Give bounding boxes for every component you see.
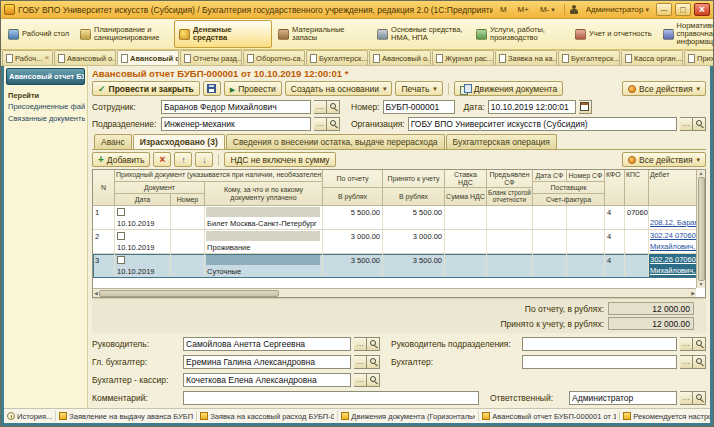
cell-invoice-number[interactable] <box>567 254 605 277</box>
history-item-2[interactable]: Заявка на кассовый расход БУБП-000001 <box>200 412 334 421</box>
cell-vat[interactable] <box>445 230 487 253</box>
add-row-button[interactable]: Добавить <box>92 152 150 167</box>
post-button[interactable]: Провести <box>224 81 282 96</box>
doc-tab-7[interactable]: Авансовый о... <box>369 50 431 65</box>
cell-invoice-presented[interactable] <box>487 254 533 277</box>
organization-open-button[interactable] <box>693 117 706 131</box>
cell-doc-date[interactable]: 10.10.2019 <box>115 254 171 277</box>
doc-tab-9[interactable]: Заявка на ка... <box>495 50 557 65</box>
doc-tab-3-active[interactable]: Авансовый о... <box>117 50 179 65</box>
cell-report-sum[interactable]: 3 500.00 <box>323 254 383 277</box>
employee-field[interactable] <box>161 100 311 114</box>
cell-doc-number[interactable] <box>171 206 205 229</box>
department-field[interactable] <box>161 117 311 131</box>
department-select-button[interactable] <box>314 117 327 131</box>
history-item-1[interactable]: Заявление на выдачу аванса БУБП-000001 <box>59 412 193 421</box>
date-calendar-button[interactable] <box>579 100 592 114</box>
employee-select-button[interactable] <box>314 100 327 114</box>
scale-m-button[interactable]: M <box>496 3 511 16</box>
doc-tab-11[interactable]: Касса орган... <box>621 50 683 65</box>
table-row-3-selected[interactable]: 3 10.10.2019 Суточные 3 500.00 3 500.00 … <box>93 254 696 278</box>
doc-tab-1[interactable]: Рабоч... <box>2 50 53 65</box>
delete-row-button[interactable] <box>153 152 171 167</box>
scroll-thumb[interactable] <box>698 177 705 281</box>
history-button[interactable]: История... <box>7 412 52 421</box>
cell-vat[interactable] <box>445 206 487 229</box>
dept-head-open-button[interactable] <box>693 337 706 351</box>
number-field[interactable] <box>383 100 455 114</box>
section-tab-planning[interactable]: Планирование и санкционирование <box>75 20 173 48</box>
cell-kps[interactable] <box>625 230 649 253</box>
cell-kfo[interactable]: 4 <box>605 206 625 229</box>
scale-mplus-button[interactable]: M+ <box>514 3 533 16</box>
cell-doc-number[interactable] <box>171 230 205 253</box>
strict-form-checkbox[interactable] <box>117 256 125 264</box>
cell-invoice-date[interactable] <box>533 230 567 253</box>
chief-accountant-open-button[interactable] <box>367 355 380 369</box>
section-tab-reference[interactable]: Нормативно-справочная информация <box>658 20 713 48</box>
all-actions-button[interactable]: Все действия <box>622 81 706 96</box>
accountant-select-button[interactable] <box>680 355 693 369</box>
scroll-up-icon[interactable] <box>699 171 704 176</box>
print-button[interactable]: Печать <box>395 81 442 96</box>
close-button[interactable] <box>694 3 710 16</box>
cell-accepted-sum[interactable]: 3 000.00 <box>383 230 445 253</box>
tab-balance-info[interactable]: Сведения о внесении остатка, выдаче пере… <box>226 134 445 149</box>
cell-kps[interactable] <box>625 254 649 277</box>
doc-tab-8[interactable]: Журнал рас... <box>432 50 494 65</box>
head-field[interactable] <box>183 337 351 351</box>
section-tab-accounting[interactable]: Учет и отчетность <box>570 20 657 48</box>
employee-open-button[interactable] <box>327 100 340 114</box>
cell-kps[interactable]: 07060 <box>625 206 649 229</box>
section-tab-money[interactable]: Денежные средства <box>174 20 272 48</box>
cashier-open-button[interactable] <box>367 373 380 387</box>
cell-invoice-date[interactable] <box>533 254 567 277</box>
scroll-right-icon[interactable] <box>691 291 695 296</box>
vat-toggle-button[interactable]: НДС не включен в сумму <box>224 152 335 167</box>
cell-debit[interactable]: 302.24 07060000Михайлович, Зая... <box>649 230 696 253</box>
cell-invoice-presented[interactable] <box>487 206 533 229</box>
responsible-field[interactable] <box>569 391 677 405</box>
cell-invoice-presented[interactable] <box>487 230 533 253</box>
save-button[interactable] <box>203 81 221 96</box>
cell-doc-number[interactable] <box>171 254 205 277</box>
history-item-3[interactable]: Движения документа (Горизонтально)... <box>341 412 475 421</box>
doc-tab-6[interactable]: Бухгалтерск... <box>306 50 368 65</box>
date-field[interactable] <box>488 100 576 114</box>
dept-head-select-button[interactable] <box>680 337 693 351</box>
doc-tab-10[interactable]: Бухгалтерск... <box>558 50 620 65</box>
maximize-button[interactable] <box>675 3 691 16</box>
section-tab-inventory[interactable]: Материальные запасы <box>273 20 371 48</box>
post-and-close-button[interactable]: Провести и закрыть <box>92 81 200 96</box>
cell-invoice-date[interactable] <box>533 206 567 229</box>
cell-vat[interactable] <box>445 254 487 277</box>
move-down-button[interactable] <box>195 152 213 167</box>
cell-payee[interactable]: Суточные <box>205 254 323 277</box>
cell-doc-date[interactable]: 10.10.2019 <box>115 206 171 229</box>
horizontal-scrollbar[interactable] <box>93 288 696 297</box>
doc-tab-12[interactable]: Приходный к... <box>684 50 713 65</box>
doc-tab-4[interactable]: Отчеты разд... <box>180 50 242 65</box>
cell-kfo[interactable]: 4 <box>605 254 625 277</box>
cell-payee[interactable]: Билет Москва-Санкт-Петербург <box>205 206 323 229</box>
grid-all-actions-button[interactable]: Все действия <box>622 152 706 167</box>
scroll-left-icon[interactable] <box>94 291 98 296</box>
doc-tab-5[interactable]: Оборотно-са... <box>243 50 305 65</box>
head-open-button[interactable] <box>367 337 380 351</box>
cell-n[interactable]: 2 <box>93 230 115 253</box>
move-up-button[interactable] <box>174 152 192 167</box>
section-tab-services[interactable]: Услуги, работы, производство <box>471 20 569 48</box>
section-tab-desktop[interactable]: Рабочий стол <box>3 20 74 48</box>
accountant-field[interactable] <box>522 355 677 369</box>
cell-payee[interactable]: Проживание <box>205 230 323 253</box>
minimize-button[interactable] <box>656 3 672 16</box>
accountant-open-button[interactable] <box>693 355 706 369</box>
head-select-button[interactable] <box>354 337 367 351</box>
section-tab-fixed-assets[interactable]: Основные средства, НМА, НПА <box>372 20 470 48</box>
cell-n[interactable]: 3 <box>93 254 115 277</box>
cell-invoice-number[interactable] <box>567 206 605 229</box>
table-row-1[interactable]: 1 10.10.2019 Билет Москва-Санкт-Петербур… <box>93 206 696 230</box>
doc-tab-2[interactable]: Авансовый о... <box>54 50 116 65</box>
strict-form-checkbox[interactable] <box>117 232 125 240</box>
tab-spent[interactable]: Израсходовано (3) <box>133 134 225 149</box>
